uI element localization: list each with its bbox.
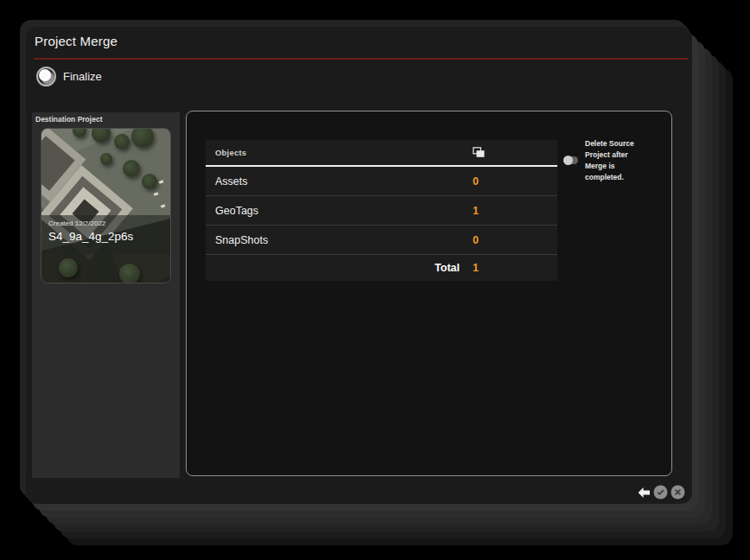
- back-button[interactable]: [636, 485, 651, 500]
- thumb-tree: [123, 160, 140, 177]
- objects-column-header: Objects: [215, 148, 473, 157]
- aerial-thumbnail: [41, 129, 170, 283]
- row-value: 1: [473, 205, 557, 217]
- dialog-title: Project Merge: [35, 34, 118, 48]
- close-circle-icon: [671, 485, 685, 500]
- title-divider: [34, 58, 689, 60]
- project-card[interactable]: Created 12/2/2022 S4_9a_4g_2p6s: [41, 128, 171, 283]
- project-card-overlay: Created 12/2/2022 S4_9a_4g_2p6s: [41, 215, 170, 254]
- row-label: Assets: [215, 175, 473, 188]
- table-header-row: Objects: [206, 140, 557, 167]
- project-created-date: Created 12/2/2022: [48, 220, 170, 227]
- total-label: Total: [215, 262, 473, 274]
- back-arrow-icon: [637, 486, 651, 500]
- close-button[interactable]: [671, 485, 685, 500]
- destination-project-label: Destination Project: [35, 115, 102, 124]
- toggle-knob: [563, 156, 573, 165]
- delete-source-toggle[interactable]: [564, 156, 578, 164]
- table-row: GeoTags 1: [206, 196, 557, 226]
- thumb-tree: [119, 264, 140, 283]
- table-total-row: Total 1: [206, 255, 557, 281]
- check-circle-icon: [653, 485, 668, 500]
- copy-icon: [473, 147, 557, 158]
- confirm-button[interactable]: [653, 485, 668, 500]
- thumb-tree: [59, 258, 78, 277]
- finalize-step: Finalize: [36, 66, 102, 86]
- thumb-tree: [100, 153, 112, 165]
- thumb-tree: [114, 134, 130, 150]
- row-label: SnapShots: [215, 234, 473, 246]
- destination-project-panel: Destination Project: [32, 112, 180, 478]
- total-value: 1: [473, 262, 557, 274]
- step-label: Finalize: [63, 70, 102, 83]
- project-name: S4_9a_4g_2p6s: [48, 230, 170, 243]
- delete-source-label: Delete Source Project after Merge is com…: [585, 138, 642, 183]
- footer-actions: [636, 485, 685, 500]
- row-value: 0: [473, 175, 557, 188]
- project-merge-dialog: Project Merge Finalize Destination Proje…: [26, 27, 692, 504]
- objects-table: Objects Assets 0 GeoTags 1: [206, 140, 557, 281]
- screen-background: Project Merge Finalize Destination Proje…: [0, 0, 750, 560]
- merge-sphere-front: [39, 69, 51, 81]
- merge-summary-panel: Objects Assets 0 GeoTags 1: [186, 111, 672, 476]
- thumb-tree: [142, 174, 157, 189]
- row-label: GeoTags: [215, 205, 473, 217]
- row-value: 0: [473, 234, 557, 246]
- table-row: Assets 0: [206, 167, 557, 196]
- table-row: SnapShots 0: [206, 226, 557, 255]
- merge-spheres-icon: [36, 67, 56, 86]
